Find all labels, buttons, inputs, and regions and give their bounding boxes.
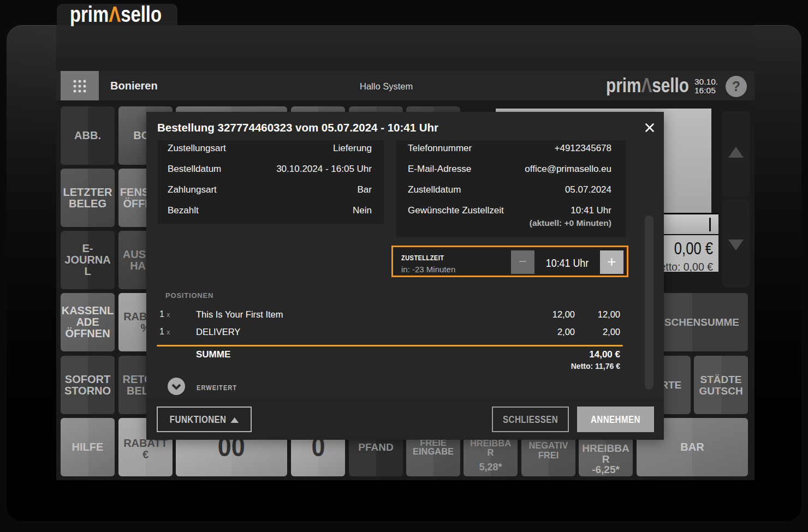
svg-text:primΛsello: primΛsello — [70, 4, 162, 27]
svg-text:primΛsello: primΛsello — [606, 74, 689, 96]
